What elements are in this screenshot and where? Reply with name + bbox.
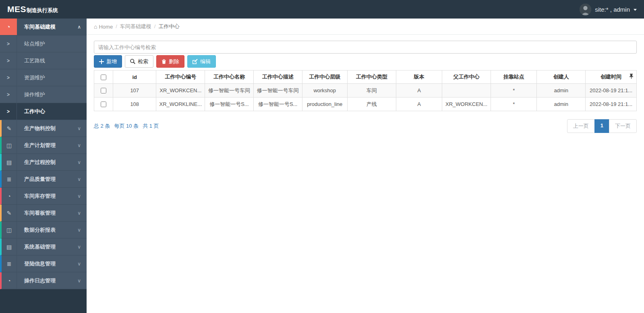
sidebar-item-label: 车间基础建模: [17, 19, 87, 35]
column-header: 版本: [396, 70, 442, 84]
sidebar-item[interactable]: ✎生产物料控制∨: [0, 120, 87, 137]
breadcrumb-separator: /: [116, 23, 117, 29]
columns-icon: ◫: [2, 222, 17, 238]
sidebar-item[interactable]: ≣产品质量管理∨: [0, 171, 87, 188]
workcenter-table: id工作中心编号工作中心名称工作中心描述工作中心层级工作中心类型版本父工作中心挂…: [94, 70, 637, 111]
app-logo-text: 制造执行系统: [27, 7, 58, 14]
user-avatar: [580, 4, 591, 15]
table-cell: admin: [537, 84, 586, 97]
add-button[interactable]: 新增: [94, 55, 122, 68]
search-button[interactable]: 检索: [125, 55, 153, 68]
sidebar-subitem[interactable]: >操作维护: [0, 86, 87, 103]
table-row: 107XR_WORKCEN...修一智能一号车间修一智能一号车间workshop…: [94, 84, 637, 97]
trash-icon: [162, 59, 166, 64]
sidebar-item[interactable]: ◔操作日志管理∨: [0, 272, 87, 289]
sidebar-item-label: 数据分析报表: [17, 222, 87, 238]
pagination-row: 总 2 条 每页 10 条 共 1 页 上一页 1 下一页: [94, 119, 637, 133]
table-cell: 修一智能一号S...: [205, 97, 254, 111]
column-header: id: [113, 70, 156, 84]
sidebar-subitem[interactable]: >工作中心: [0, 103, 87, 120]
table-cell: workshop: [302, 84, 348, 97]
sidebar-item[interactable]: ≣登陆信息管理∨: [0, 255, 87, 272]
breadcrumb-separator: /: [154, 23, 156, 29]
table-cell: A: [396, 84, 442, 97]
dashboard-icon: ◔: [0, 19, 17, 35]
chevron-down-icon: [634, 9, 637, 11]
chevron-down-icon: ∨: [77, 205, 81, 221]
search-input[interactable]: [94, 41, 637, 54]
column-header: 工作中心编号: [156, 70, 205, 84]
column-header: 挂靠站点: [491, 70, 537, 84]
row-checkbox[interactable]: [101, 102, 106, 107]
row-checkbox[interactable]: [101, 88, 106, 93]
home-icon: ⌂: [94, 23, 97, 30]
sidebar-item-parent[interactable]: ◔车间基础建模∧: [0, 19, 87, 35]
delete-button[interactable]: 删除: [156, 55, 184, 68]
sidebar-item[interactable]: ◫数据分析报表∨: [0, 222, 87, 238]
row-select-cell: [94, 97, 113, 111]
delete-button-label: 删除: [169, 58, 179, 65]
table-cell: admin: [537, 97, 586, 111]
sidebar-item-label: 生产过程控制: [17, 154, 87, 170]
edit-button[interactable]: 编辑: [187, 55, 216, 68]
edit-icon: ✎: [2, 205, 17, 221]
list-icon: ≣: [2, 255, 17, 272]
chevron-down-icon: ∨: [77, 137, 81, 153]
sidebar-item[interactable]: ◫生产计划管理∨: [0, 137, 87, 154]
prev-page-button[interactable]: 上一页: [567, 119, 595, 133]
table-cell: A: [396, 97, 442, 111]
sidebar-item-label: 生产物料控制: [17, 120, 87, 137]
dashboard-icon: ◔: [2, 188, 17, 204]
topbar: MES 制造执行系统 site:* , admin: [0, 0, 644, 19]
breadcrumb-item[interactable]: ⌂Home: [94, 23, 113, 30]
sidebar-item-label: 产品质量管理: [17, 171, 87, 187]
sidebar-item-label: 操作维护: [17, 86, 87, 103]
search-button-label: 检索: [138, 58, 148, 65]
edit-button-label: 编辑: [200, 58, 211, 65]
total-count: 总 2 条: [94, 122, 110, 130]
chevron-down-icon: ∨: [77, 171, 81, 187]
column-header: 工作中心层级: [302, 70, 348, 84]
select-all-checkbox[interactable]: [101, 75, 106, 80]
breadcrumb-item[interactable]: 车间基础建模: [120, 23, 151, 30]
sidebar-item-label: 登陆信息管理: [17, 255, 87, 272]
app-logo-bold: MES: [7, 4, 26, 14]
sidebar-subitem[interactable]: >站点维护: [0, 35, 87, 52]
sidebar: ◔车间基础建模∧>站点维护>工艺路线>资源维护>操作维护>工作中心✎生产物料控制…: [0, 19, 87, 313]
sidebar-item[interactable]: ✎车间看板管理∨: [0, 205, 87, 222]
pin-icon[interactable]: [630, 74, 633, 80]
sidebar-item-label: 车间看板管理: [17, 205, 87, 221]
chevron-right-icon: >: [0, 69, 17, 86]
chevron-down-icon: ∨: [77, 222, 81, 238]
chevron-right-icon: >: [0, 35, 17, 52]
user-label: site:* , admin: [595, 6, 630, 13]
page-1-button[interactable]: 1: [594, 119, 609, 133]
sidebar-item[interactable]: ▤系统基础管理∨: [0, 238, 87, 255]
column-header: 工作中心描述: [253, 70, 302, 84]
chevron-up-icon: ∧: [77, 19, 81, 35]
content: 新增 检索 删除 编辑 id工作: [87, 35, 644, 133]
column-header: 父工作中心: [442, 70, 491, 84]
per-page-count: 每页 10 条: [114, 122, 139, 130]
table-cell: *: [491, 84, 537, 97]
column-header: 工作中心类型: [348, 70, 396, 84]
sidebar-item-label: 车间库存管理: [17, 188, 87, 204]
table-cell: 2022-08-19 21:1...: [586, 84, 637, 97]
sidebar-item-label: 系统基础管理: [17, 238, 87, 255]
breadcrumb-item: 工作中心: [158, 23, 179, 30]
row-select-cell: [94, 84, 113, 97]
sidebar-item[interactable]: ▤生产过程控制∨: [0, 154, 87, 171]
user-menu[interactable]: site:* , admin: [580, 4, 637, 15]
sidebar-subitem[interactable]: >资源维护: [0, 69, 87, 86]
table-cell: 107: [113, 84, 156, 97]
plus-icon: [99, 59, 104, 64]
sidebar-item[interactable]: ◔车间库存管理∨: [0, 188, 87, 205]
column-header: 创建人: [537, 70, 586, 84]
book-icon: ▤: [2, 154, 17, 170]
app-logo: MES 制造执行系统: [7, 4, 58, 14]
table-cell: 修一智能一号车间: [205, 84, 254, 97]
next-page-button[interactable]: 下一页: [609, 119, 637, 133]
sidebar-subitem[interactable]: >工艺路线: [0, 52, 87, 69]
sidebar-item-label: 操作日志管理: [17, 272, 87, 289]
sidebar-item-label: 站点维护: [17, 35, 87, 52]
